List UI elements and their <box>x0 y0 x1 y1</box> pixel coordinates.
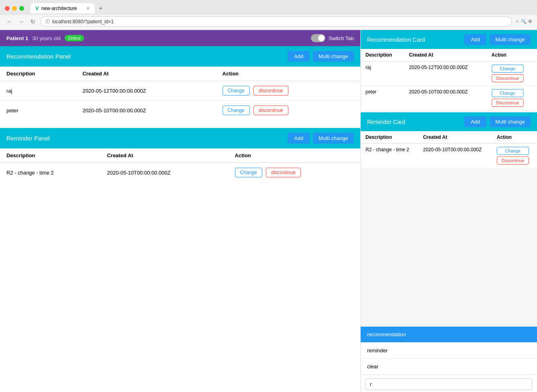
address-bar[interactable]: ⓘ localhost:8080/?patient_id=1 <box>40 16 512 26</box>
browser-chrome: V new-architecture ✕ + ← → ↻ ⓘ localhost… <box>0 0 537 30</box>
rem-col-description: Description <box>0 148 100 163</box>
rec-card-add-button[interactable]: Add <box>464 34 486 45</box>
rec-card-col-action: Action <box>487 49 537 61</box>
rec-row1-description: raj <box>0 81 76 101</box>
rec-row1-discontinue-button[interactable]: discontinue <box>253 86 288 95</box>
rec-row2-description: peter <box>0 101 76 120</box>
reminder-multi-change-button[interactable]: Multi change <box>313 133 354 144</box>
page-layout: Patient 1 30 years old Online Switch Tab… <box>0 30 537 392</box>
recommendation-card-header: Recommendation Card Add Multi change <box>361 30 537 49</box>
recommendation-add-button[interactable]: Add <box>288 51 310 62</box>
rec-card-row1-date: 2020-05-12T00:00:00.000Z <box>404 61 487 86</box>
recommendation-panel-header: Recommendation Panel Add Multi change <box>0 46 360 67</box>
toggle-knob <box>318 35 325 41</box>
rec-card-col-description: Description <box>361 49 404 61</box>
menu-search-input[interactable] <box>365 378 532 390</box>
forward-button[interactable]: → <box>17 18 26 26</box>
rem-card-row1-desc: R2 - change - time 2 <box>361 144 418 168</box>
rem-card-col-action: Action <box>492 131 537 144</box>
rec-card-multi-change-button[interactable]: Multi change <box>490 34 531 45</box>
menu-item-reminder[interactable]: reminder <box>361 343 537 359</box>
recommendation-card-actions: Add Multi change <box>464 34 531 45</box>
rec-row2-change-button[interactable]: Change <box>223 106 250 115</box>
rem-card-row1-date: 2020-05-10T00:00:00.000Z <box>418 144 492 168</box>
refresh-button[interactable]: ↻ <box>29 18 37 26</box>
recommendation-table-wrapper: Description Created At Action raj 2020-0… <box>0 67 360 120</box>
back-button[interactable]: ← <box>5 18 14 26</box>
switch-tab-label: Switch Tab <box>329 35 354 41</box>
rem-card-row1-change-button[interactable]: Change <box>497 147 529 155</box>
table-row: raj 2020-05-12T00:00:00.000Z Change disc… <box>0 81 360 101</box>
bookmark-icon[interactable]: ☆ <box>515 19 519 24</box>
patient-age: 30 years old <box>32 35 61 41</box>
traffic-lights <box>5 6 24 11</box>
rec-card-row2-change-button[interactable]: Change <box>492 89 524 97</box>
table-row: peter 2020-05-10T00:00:00.000Z Change Di… <box>361 86 537 110</box>
recommendation-panel-actions: Add Multi change <box>288 51 354 62</box>
reminder-table: Description Created At Action R2 - chang… <box>0 148 360 182</box>
close-button-tl[interactable] <box>5 6 10 11</box>
reminder-card-section: Reminder Card Add Multi change Descripti… <box>361 112 537 168</box>
reminder-panel-title: Reminder Panel <box>6 135 50 142</box>
rec-row1-action: Change discontinue <box>216 81 360 101</box>
patient-header: Patient 1 30 years old Online Switch Tab <box>0 30 360 46</box>
rec-card-row1-discontinue-button[interactable]: Discontinue <box>492 74 524 82</box>
rec-card-row2-discontinue-button[interactable]: Discontinue <box>492 99 524 107</box>
patient-name: Patient 1 <box>6 35 28 41</box>
reminder-card-header: Reminder Card Add Multi change <box>361 112 537 131</box>
reminder-panel-actions: Add Multi change <box>288 133 354 144</box>
rec-row1-created-at: 2020-05-12T00:00:00.000Z <box>76 81 216 101</box>
rem-col-created-at: Created At <box>100 148 228 163</box>
rec-col-description: Description <box>0 67 76 81</box>
new-tab-button[interactable]: + <box>96 4 105 13</box>
switch-tab-control[interactable]: Switch Tab <box>311 34 354 42</box>
browser-titlebar: V new-architecture ✕ + <box>0 0 537 15</box>
reminder-card-table: Description Created At Action R2 - chang… <box>361 131 537 168</box>
rec-col-created-at: Created At <box>76 67 216 81</box>
url-display: localhost:8080/?patient_id=1 <box>52 19 507 24</box>
rec-row1-change-button[interactable]: Change <box>223 86 250 95</box>
browser-tab[interactable]: V new-architecture ✕ <box>31 3 95 13</box>
tab-close-icon[interactable]: ✕ <box>86 6 90 11</box>
table-row: peter 2020-05-10T00:00:00.000Z Change di… <box>0 101 360 120</box>
rem-row1-discontinue-button[interactable]: discontinue <box>266 168 301 177</box>
rem-card-row1-discontinue-button[interactable]: Discontinue <box>497 156 529 165</box>
reminder-panel-header: Reminder Panel Add Multi change <box>0 128 360 148</box>
reminder-card-title: Reminder Card <box>367 119 405 125</box>
online-badge: Online <box>65 35 84 41</box>
rem-row1-description: R2 - change - time 2 <box>0 163 100 183</box>
recommendation-panel-section: Recommendation Panel Add Multi change De… <box>0 46 360 120</box>
minimize-button-tl[interactable] <box>12 6 17 11</box>
switch-toggle[interactable] <box>311 34 325 42</box>
reminder-add-button[interactable]: Add <box>288 133 310 144</box>
search-icon[interactable]: 🔍 <box>521 19 527 24</box>
recommendation-table: Description Created At Action raj 2020-0… <box>0 67 360 120</box>
rec-card-row1-change-button[interactable]: Change <box>492 65 524 73</box>
patient-info: Patient 1 30 years old Online <box>6 35 84 41</box>
recommendation-multi-change-button[interactable]: Multi change <box>313 51 354 62</box>
rec-row2-discontinue-button[interactable]: discontinue <box>253 106 288 115</box>
recommendation-panel-title: Recommendation Panel <box>6 53 71 60</box>
rem-card-add-button[interactable]: Add <box>464 116 486 127</box>
rem-row1-change-button[interactable]: Change <box>235 168 262 177</box>
rec-card-row1-desc: raj <box>361 61 404 86</box>
reminder-panel-section: Reminder Panel Add Multi change Descript… <box>0 128 360 182</box>
reminder-table-wrapper: Description Created At Action R2 - chang… <box>0 148 360 182</box>
table-row: R2 - change - time 2 2020-05-10T00:00:00… <box>0 163 360 183</box>
tab-bar: V new-architecture ✕ + <box>31 3 532 13</box>
rem-card-col-description: Description <box>361 131 418 144</box>
tab-favicon-icon: V <box>35 5 39 11</box>
bottom-menu: recommendation reminder clear <box>361 327 537 392</box>
menu-item-recommendation[interactable]: recommendation <box>361 327 537 343</box>
table-row: raj 2020-05-12T00:00:00.000Z Change Disc… <box>361 61 537 86</box>
right-panel: Recommendation Card Add Multi change Des… <box>360 30 537 392</box>
extensions-icon[interactable]: ⚙ <box>528 19 532 24</box>
rem-row1-action: Change discontinue <box>229 163 360 183</box>
menu-item-clear[interactable]: clear <box>361 359 537 375</box>
rem-card-row1-action: Change Discontinue <box>492 144 537 168</box>
rec-col-action: Action <box>216 67 360 81</box>
maximize-button-tl[interactable] <box>19 6 24 11</box>
rec-row2-created-at: 2020-05-10T00:00:00.000Z <box>76 101 216 120</box>
rec-card-row2-action: Change Discontinue <box>487 86 537 110</box>
rem-card-multi-change-button[interactable]: Multi change <box>490 116 531 127</box>
